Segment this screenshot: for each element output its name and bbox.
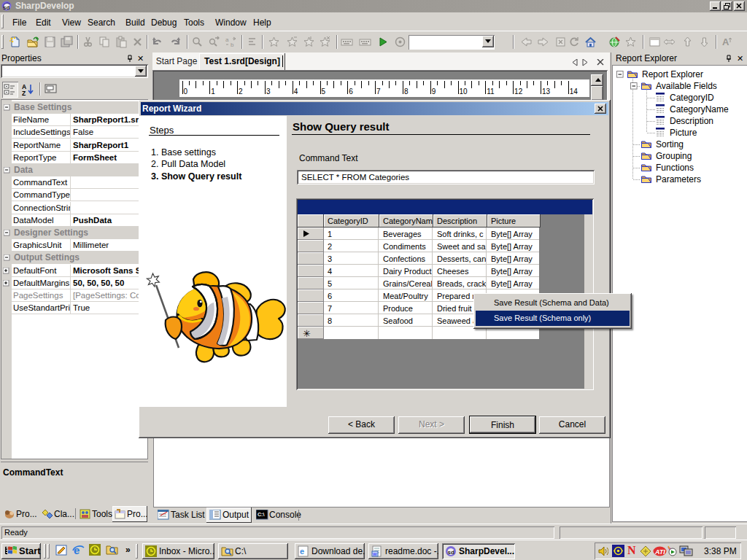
svg-text:a: a (225, 36, 229, 43)
svg-text:C:\: C:\ (258, 512, 264, 517)
svg-text:Z: Z (22, 90, 26, 96)
svg-text:A: A (722, 36, 729, 47)
svg-text:sd: sd (3, 4, 9, 11)
svg-text:W: W (373, 552, 377, 556)
svg-text:ATI: ATI (654, 548, 665, 556)
svg-text:b: b (231, 42, 234, 48)
svg-text:e: e (300, 547, 304, 556)
svg-text:sd: sd (448, 549, 454, 556)
